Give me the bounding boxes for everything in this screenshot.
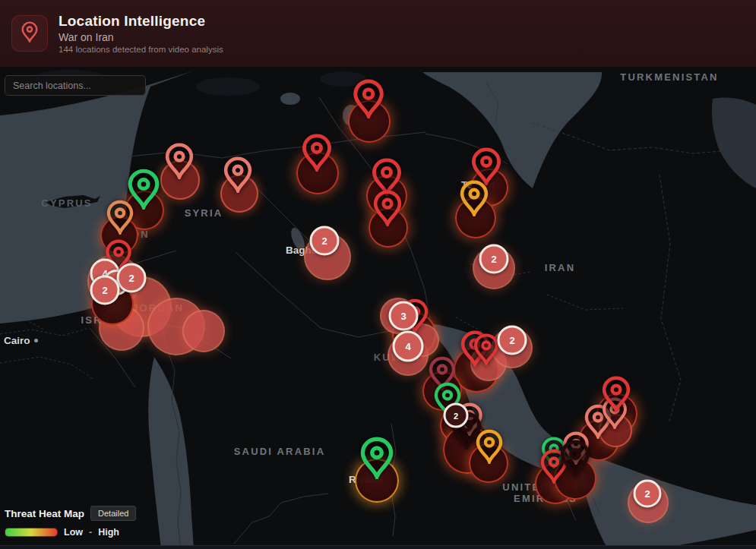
cluster-marker[interactable]: 4	[393, 331, 424, 362]
map-pin-orange[interactable]	[475, 429, 505, 467]
map-pin-red[interactable]	[301, 134, 334, 175]
right-edge-water	[712, 97, 756, 188]
map-pin-green[interactable]	[359, 437, 395, 482]
app-icon-tile	[11, 15, 48, 52]
legend-separator: -	[89, 527, 92, 538]
country-label: SYRIA	[185, 207, 223, 219]
cluster-marker[interactable]: 2	[117, 263, 147, 293]
map-pin-red[interactable]	[601, 376, 632, 415]
cluster-marker[interactable]: 2	[479, 245, 509, 274]
legend-title: Threat Heat Map	[5, 508, 84, 519]
country-label: IRAN	[545, 262, 576, 273]
map-pin-red[interactable]	[352, 79, 386, 121]
page-title: Location Intelligence	[59, 13, 223, 30]
map-pin-dark[interactable]	[559, 440, 592, 481]
country-label: JORDAN	[132, 302, 184, 314]
cluster-marker[interactable]: 2	[498, 326, 527, 355]
legend-high-label: High	[98, 527, 119, 538]
cluster-marker[interactable]: 2	[444, 403, 469, 428]
legend-low-label: Low	[64, 527, 83, 538]
map-pin-salmon[interactable]	[223, 156, 254, 196]
country-label: TURKMENISTAN	[620, 71, 718, 83]
cluster-marker[interactable]: 2	[90, 276, 120, 305]
country-label: SAUDI ARABIA	[234, 446, 326, 457]
lake-van	[280, 93, 300, 105]
detailed-button[interactable]: Detailed	[90, 506, 136, 521]
city-dot	[34, 339, 38, 342]
page-subtitle: War on Iran	[59, 31, 223, 43]
map-pin-orange[interactable]	[459, 180, 490, 219]
map-pin-icon	[20, 21, 40, 46]
country-label: CYPRUS	[41, 197, 92, 209]
heat-gradient-bar	[5, 528, 58, 537]
detection-caption: 144 locations detected from video analys…	[59, 45, 223, 54]
map-pin-salmon[interactable]	[164, 143, 195, 182]
country-label: ISRAEL	[81, 314, 128, 326]
red-sea	[148, 357, 194, 549]
cluster-marker[interactable]: 2	[634, 480, 662, 508]
cluster-marker[interactable]: 2	[310, 226, 340, 256]
search-input[interactable]	[5, 75, 146, 96]
threat-legend: Threat Heat Map Detailed Low - High	[5, 506, 136, 538]
map-canvas[interactable]: CYPRUSSYRIAJORDANISRAELIRANKUWAITSAUDI A…	[0, 67, 756, 549]
gulf-of-oman	[575, 450, 756, 549]
map-pin-coral[interactable]	[106, 200, 135, 238]
map-pin-red[interactable]	[372, 190, 403, 229]
city-label: Cairo	[4, 335, 38, 346]
bottom-strip	[0, 545, 756, 549]
map-pin-red[interactable]	[473, 333, 500, 368]
caspian-sea	[422, 72, 602, 188]
header: Location Intelligence War on Iran 144 lo…	[0, 0, 756, 67]
cluster-marker[interactable]: 3	[389, 301, 419, 331]
